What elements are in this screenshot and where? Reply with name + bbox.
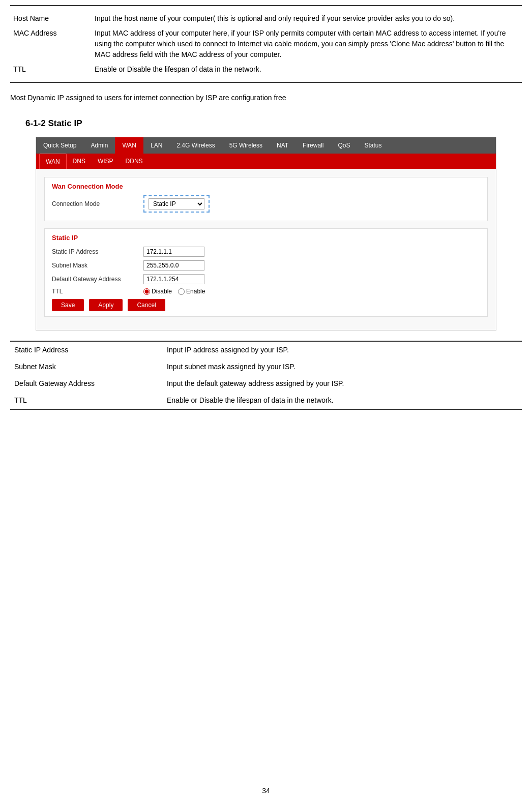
top-description-table: Host NameInput the host name of your com…: [10, 5, 522, 83]
nav-item-status[interactable]: Status: [357, 137, 389, 154]
bottom-table-row: Static IP AddressInput IP address assign…: [10, 342, 522, 358]
ttl-disable-label: Disable: [152, 288, 172, 295]
wan-connection-mode-section: Wan Connection Mode Connection Mode Dyna…: [44, 177, 488, 221]
nav-item-firewall[interactable]: Firewall: [295, 137, 331, 154]
top-table-row: TTLEnable or Disable the lifespan of dat…: [10, 62, 522, 77]
sub-nav-item-wisp[interactable]: WISP: [92, 154, 120, 169]
main-nav-bar: Quick SetupAdminWANLAN2.4G Wireless5G Wi…: [36, 137, 496, 154]
bottom-description-table: Static IP AddressInput IP address assign…: [10, 341, 522, 410]
ttl-row: TTL Disable Enable: [52, 288, 480, 295]
static-field-row: Static IP Address: [52, 247, 480, 257]
connection-mode-row: Connection Mode Dynamic IPStatic IPPPPoE…: [52, 195, 480, 213]
top-table-description: Input MAC address of your computer here,…: [92, 26, 522, 62]
static-field-label: Subnet Mask: [52, 262, 143, 269]
nav-item-5g-wireless[interactable]: 5G Wireless: [222, 137, 270, 154]
router-ui-mockup: Quick SetupAdminWANLAN2.4G Wireless5G Wi…: [36, 137, 496, 331]
dynamic-ip-description: Most Dynamic IP assigned to users for in…: [10, 92, 522, 103]
top-table-row: Host NameInput the host name of your com…: [10, 11, 522, 26]
nav-item-qos[interactable]: QoS: [331, 137, 357, 154]
bottom-table-description: Enable or Disable the lifespan of data i…: [163, 392, 522, 409]
static-ip-section: Static IP Static IP AddressSubnet MaskDe…: [44, 228, 488, 317]
bottom-table-description: Input IP address assigned by your ISP.: [163, 342, 522, 358]
top-table-label: TTL: [10, 62, 92, 77]
static-field-row: Subnet Mask: [52, 260, 480, 271]
dashed-box: Dynamic IPStatic IPPPPoEPPTPL2TP: [143, 195, 210, 213]
router-content: Wan Connection Mode Connection Mode Dyna…: [36, 169, 496, 330]
bottom-table-description: Input subnet mask assigned by your ISP.: [163, 358, 522, 375]
ttl-enable-label: Enable: [186, 288, 205, 295]
page-container: Host NameInput the host name of your com…: [0, 0, 532, 810]
nav-item-wan[interactable]: WAN: [115, 137, 143, 154]
bottom-table-description: Input the default gateway address assign…: [163, 375, 522, 392]
ttl-radio-group: Disable Enable: [143, 288, 205, 295]
static-field-input-static-ip-address[interactable]: [143, 247, 204, 257]
ttl-label: TTL: [52, 288, 143, 295]
nav-item-quick-setup[interactable]: Quick Setup: [36, 137, 83, 154]
static-field-row: Default Gateway Address: [52, 274, 480, 284]
top-table-label: MAC Address: [10, 26, 92, 62]
ttl-disable-radio[interactable]: [143, 288, 150, 295]
bottom-table-label: TTL: [10, 392, 163, 409]
bottom-table-row: Subnet MaskInput subnet mask assigned by…: [10, 358, 522, 375]
action-buttons: Save Apply Cancel: [52, 299, 480, 311]
connection-mode-select[interactable]: Dynamic IPStatic IPPPPoEPPTPL2TP: [149, 198, 204, 209]
cancel-button[interactable]: Cancel: [128, 299, 165, 311]
nav-item-nat[interactable]: NAT: [270, 137, 295, 154]
bottom-table-row: TTLEnable or Disable the lifespan of dat…: [10, 392, 522, 409]
static-field-label: Static IP Address: [52, 248, 143, 255]
static-field-label: Default Gateway Address: [52, 276, 143, 283]
static-ip-title: Static IP: [52, 234, 480, 242]
sub-nav-bar: WANDNSWISPDDNS: [36, 154, 496, 169]
top-table-description: Input the host name of your computer( th…: [92, 11, 522, 26]
wan-connection-mode-title: Wan Connection Mode: [52, 183, 480, 190]
static-field-input-default-gateway-address[interactable]: [143, 274, 204, 284]
nav-item-admin[interactable]: Admin: [83, 137, 115, 154]
connection-mode-label: Connection Mode: [52, 200, 143, 207]
sub-nav-item-dns[interactable]: DNS: [67, 154, 92, 169]
bottom-table-row: Default Gateway AddressInput the default…: [10, 375, 522, 392]
top-table-label: Host Name: [10, 11, 92, 26]
top-table-description: Enable or Disable the lifespan of data i…: [92, 62, 522, 77]
apply-button[interactable]: Apply: [89, 299, 123, 311]
sub-nav-item-wan[interactable]: WAN: [39, 154, 67, 169]
section-heading: 6-1-2 Static IP: [25, 118, 522, 129]
ttl-disable-option[interactable]: Disable: [143, 288, 172, 295]
static-field-input-subnet-mask[interactable]: [143, 260, 204, 271]
nav-item-lan[interactable]: LAN: [143, 137, 169, 154]
top-table-row: MAC AddressInput MAC address of your com…: [10, 26, 522, 62]
wan-mode-wrapper: Dynamic IPStatic IPPPPoEPPTPL2TP: [143, 195, 210, 213]
bottom-table-label: Static IP Address: [10, 342, 163, 358]
ttl-enable-option[interactable]: Enable: [178, 288, 205, 295]
bottom-table-label: Default Gateway Address: [10, 375, 163, 392]
save-button[interactable]: Save: [52, 299, 84, 311]
nav-item-2.4g-wireless[interactable]: 2.4G Wireless: [169, 137, 222, 154]
bottom-table-label: Subnet Mask: [10, 358, 163, 375]
sub-nav-item-ddns[interactable]: DDNS: [120, 154, 149, 169]
ttl-enable-radio[interactable]: [178, 288, 185, 295]
page-number: 34: [0, 787, 532, 795]
